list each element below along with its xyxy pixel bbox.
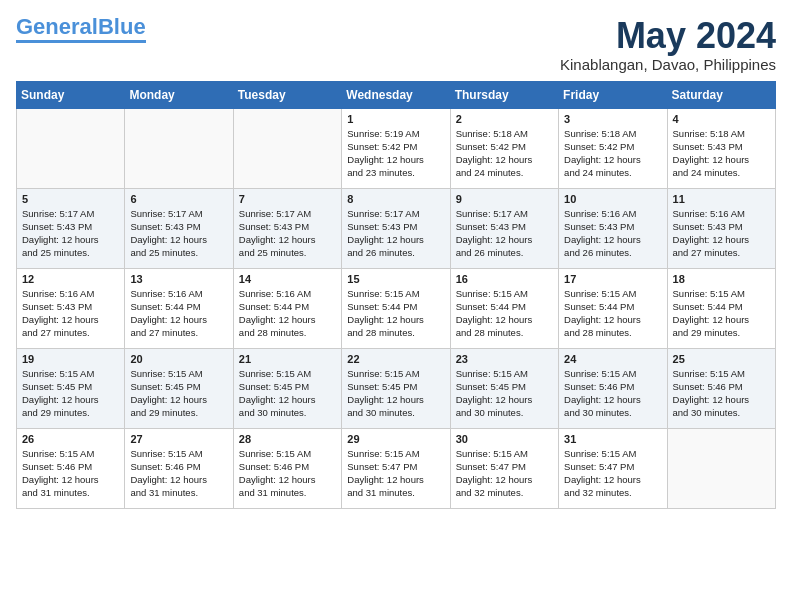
table-row: [17, 108, 125, 188]
col-saturday: Saturday: [667, 81, 775, 108]
day-number: 11: [673, 193, 770, 205]
day-info: Sunrise: 5:15 AM Sunset: 5:44 PM Dayligh…: [673, 287, 770, 340]
table-row: 7Sunrise: 5:17 AM Sunset: 5:43 PM Daylig…: [233, 188, 341, 268]
day-info: Sunrise: 5:15 AM Sunset: 5:46 PM Dayligh…: [673, 367, 770, 420]
day-number: 19: [22, 353, 119, 365]
day-number: 4: [673, 113, 770, 125]
day-info: Sunrise: 5:16 AM Sunset: 5:43 PM Dayligh…: [22, 287, 119, 340]
day-info: Sunrise: 5:16 AM Sunset: 5:43 PM Dayligh…: [673, 207, 770, 260]
table-row: 6Sunrise: 5:17 AM Sunset: 5:43 PM Daylig…: [125, 188, 233, 268]
day-number: 10: [564, 193, 661, 205]
day-info: Sunrise: 5:15 AM Sunset: 5:44 PM Dayligh…: [456, 287, 553, 340]
col-wednesday: Wednesday: [342, 81, 450, 108]
table-row: 28Sunrise: 5:15 AM Sunset: 5:46 PM Dayli…: [233, 428, 341, 508]
day-number: 21: [239, 353, 336, 365]
logo: GeneralBlue: [16, 16, 146, 43]
day-number: 17: [564, 273, 661, 285]
day-info: Sunrise: 5:18 AM Sunset: 5:43 PM Dayligh…: [673, 127, 770, 180]
table-row: 2Sunrise: 5:18 AM Sunset: 5:42 PM Daylig…: [450, 108, 558, 188]
day-number: 15: [347, 273, 444, 285]
table-row: 26Sunrise: 5:15 AM Sunset: 5:46 PM Dayli…: [17, 428, 125, 508]
day-number: 3: [564, 113, 661, 125]
calendar-table: Sunday Monday Tuesday Wednesday Thursday…: [16, 81, 776, 509]
table-row: 30Sunrise: 5:15 AM Sunset: 5:47 PM Dayli…: [450, 428, 558, 508]
table-row: 12Sunrise: 5:16 AM Sunset: 5:43 PM Dayli…: [17, 268, 125, 348]
table-row: 29Sunrise: 5:15 AM Sunset: 5:47 PM Dayli…: [342, 428, 450, 508]
day-info: Sunrise: 5:15 AM Sunset: 5:45 PM Dayligh…: [456, 367, 553, 420]
table-row: 14Sunrise: 5:16 AM Sunset: 5:44 PM Dayli…: [233, 268, 341, 348]
table-row: 17Sunrise: 5:15 AM Sunset: 5:44 PM Dayli…: [559, 268, 667, 348]
table-row: 4Sunrise: 5:18 AM Sunset: 5:43 PM Daylig…: [667, 108, 775, 188]
table-row: [667, 428, 775, 508]
table-row: 15Sunrise: 5:15 AM Sunset: 5:44 PM Dayli…: [342, 268, 450, 348]
day-info: Sunrise: 5:15 AM Sunset: 5:46 PM Dayligh…: [564, 367, 661, 420]
table-row: 22Sunrise: 5:15 AM Sunset: 5:45 PM Dayli…: [342, 348, 450, 428]
day-number: 26: [22, 433, 119, 445]
table-row: 9Sunrise: 5:17 AM Sunset: 5:43 PM Daylig…: [450, 188, 558, 268]
day-number: 28: [239, 433, 336, 445]
week-row-2: 12Sunrise: 5:16 AM Sunset: 5:43 PM Dayli…: [17, 268, 776, 348]
day-info: Sunrise: 5:15 AM Sunset: 5:47 PM Dayligh…: [456, 447, 553, 500]
col-friday: Friday: [559, 81, 667, 108]
col-thursday: Thursday: [450, 81, 558, 108]
day-info: Sunrise: 5:16 AM Sunset: 5:43 PM Dayligh…: [564, 207, 661, 260]
table-row: 11Sunrise: 5:16 AM Sunset: 5:43 PM Dayli…: [667, 188, 775, 268]
day-info: Sunrise: 5:17 AM Sunset: 5:43 PM Dayligh…: [347, 207, 444, 260]
day-info: Sunrise: 5:15 AM Sunset: 5:45 PM Dayligh…: [130, 367, 227, 420]
day-number: 7: [239, 193, 336, 205]
day-number: 14: [239, 273, 336, 285]
page-header: GeneralBlue May 2024 Kinablangan, Davao,…: [16, 16, 776, 73]
logo-blue: Blue: [98, 14, 146, 39]
col-tuesday: Tuesday: [233, 81, 341, 108]
logo-general: General: [16, 14, 98, 39]
week-row-1: 5Sunrise: 5:17 AM Sunset: 5:43 PM Daylig…: [17, 188, 776, 268]
table-row: 10Sunrise: 5:16 AM Sunset: 5:43 PM Dayli…: [559, 188, 667, 268]
day-info: Sunrise: 5:15 AM Sunset: 5:44 PM Dayligh…: [564, 287, 661, 340]
table-row: 31Sunrise: 5:15 AM Sunset: 5:47 PM Dayli…: [559, 428, 667, 508]
col-monday: Monday: [125, 81, 233, 108]
day-info: Sunrise: 5:18 AM Sunset: 5:42 PM Dayligh…: [456, 127, 553, 180]
col-sunday: Sunday: [17, 81, 125, 108]
day-info: Sunrise: 5:19 AM Sunset: 5:42 PM Dayligh…: [347, 127, 444, 180]
day-info: Sunrise: 5:15 AM Sunset: 5:47 PM Dayligh…: [347, 447, 444, 500]
table-row: 27Sunrise: 5:15 AM Sunset: 5:46 PM Dayli…: [125, 428, 233, 508]
table-row: [233, 108, 341, 188]
week-row-3: 19Sunrise: 5:15 AM Sunset: 5:45 PM Dayli…: [17, 348, 776, 428]
month-year: May 2024: [560, 16, 776, 56]
day-number: 22: [347, 353, 444, 365]
table-row: 8Sunrise: 5:17 AM Sunset: 5:43 PM Daylig…: [342, 188, 450, 268]
day-info: Sunrise: 5:15 AM Sunset: 5:44 PM Dayligh…: [347, 287, 444, 340]
table-row: 21Sunrise: 5:15 AM Sunset: 5:45 PM Dayli…: [233, 348, 341, 428]
table-row: 25Sunrise: 5:15 AM Sunset: 5:46 PM Dayli…: [667, 348, 775, 428]
day-number: 16: [456, 273, 553, 285]
day-info: Sunrise: 5:16 AM Sunset: 5:44 PM Dayligh…: [130, 287, 227, 340]
day-number: 13: [130, 273, 227, 285]
day-number: 20: [130, 353, 227, 365]
table-row: 1Sunrise: 5:19 AM Sunset: 5:42 PM Daylig…: [342, 108, 450, 188]
day-number: 5: [22, 193, 119, 205]
table-row: 5Sunrise: 5:17 AM Sunset: 5:43 PM Daylig…: [17, 188, 125, 268]
day-info: Sunrise: 5:17 AM Sunset: 5:43 PM Dayligh…: [456, 207, 553, 260]
day-info: Sunrise: 5:18 AM Sunset: 5:42 PM Dayligh…: [564, 127, 661, 180]
table-row: 3Sunrise: 5:18 AM Sunset: 5:42 PM Daylig…: [559, 108, 667, 188]
header-row: Sunday Monday Tuesday Wednesday Thursday…: [17, 81, 776, 108]
table-row: 23Sunrise: 5:15 AM Sunset: 5:45 PM Dayli…: [450, 348, 558, 428]
day-number: 2: [456, 113, 553, 125]
week-row-0: 1Sunrise: 5:19 AM Sunset: 5:42 PM Daylig…: [17, 108, 776, 188]
table-row: 19Sunrise: 5:15 AM Sunset: 5:45 PM Dayli…: [17, 348, 125, 428]
logo-underline: [16, 40, 146, 43]
location: Kinablangan, Davao, Philippines: [560, 56, 776, 73]
day-number: 23: [456, 353, 553, 365]
day-number: 6: [130, 193, 227, 205]
day-number: 25: [673, 353, 770, 365]
day-info: Sunrise: 5:15 AM Sunset: 5:47 PM Dayligh…: [564, 447, 661, 500]
table-row: 16Sunrise: 5:15 AM Sunset: 5:44 PM Dayli…: [450, 268, 558, 348]
week-row-4: 26Sunrise: 5:15 AM Sunset: 5:46 PM Dayli…: [17, 428, 776, 508]
title-area: May 2024 Kinablangan, Davao, Philippines: [560, 16, 776, 73]
day-info: Sunrise: 5:17 AM Sunset: 5:43 PM Dayligh…: [239, 207, 336, 260]
day-number: 8: [347, 193, 444, 205]
day-info: Sunrise: 5:15 AM Sunset: 5:45 PM Dayligh…: [22, 367, 119, 420]
table-row: 18Sunrise: 5:15 AM Sunset: 5:44 PM Dayli…: [667, 268, 775, 348]
day-number: 31: [564, 433, 661, 445]
day-info: Sunrise: 5:16 AM Sunset: 5:44 PM Dayligh…: [239, 287, 336, 340]
